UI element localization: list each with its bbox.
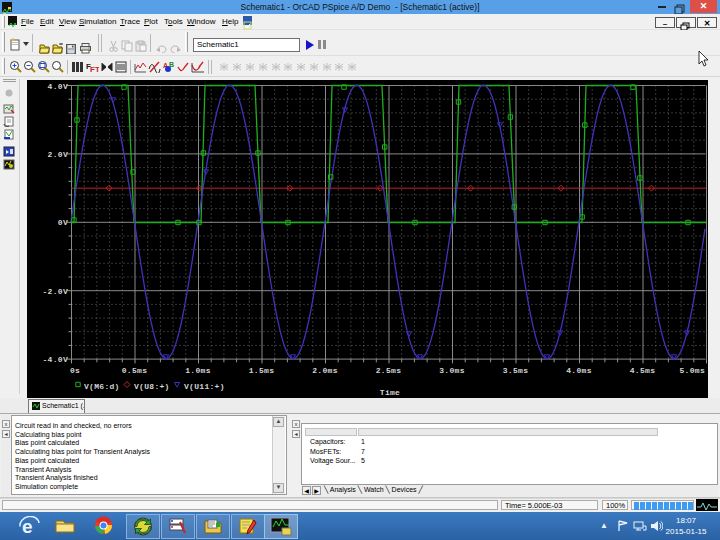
svg-text:V(U8:+): V(U8:+)	[134, 382, 170, 391]
svg-text:FT: FT	[90, 65, 99, 73]
svg-text:5.0ms: 5.0ms	[679, 366, 705, 375]
svg-text:4.0ms: 4.0ms	[566, 366, 592, 375]
svg-text:2.0ms: 2.0ms	[312, 366, 338, 375]
svg-text:V(U11:+): V(U11:+)	[184, 382, 225, 391]
svg-text:V(M6:d): V(M6:d)	[84, 382, 120, 391]
svg-text:3.5ms: 3.5ms	[503, 366, 529, 375]
svg-text:4.5ms: 4.5ms	[630, 366, 656, 375]
svg-text:2.0V: 2.0V	[48, 150, 68, 159]
svg-text:-2.0V: -2.0V	[42, 287, 68, 296]
svg-text:0V: 0V	[58, 218, 68, 227]
svg-text:2.5ms: 2.5ms	[376, 366, 402, 375]
svg-text:1.0ms: 1.0ms	[185, 366, 211, 375]
svg-text:3.0ms: 3.0ms	[439, 366, 465, 375]
svg-text:-4.0V: -4.0V	[42, 355, 68, 364]
svg-text:4.0V: 4.0V	[48, 82, 68, 91]
svg-text:Time: Time	[380, 388, 400, 397]
svg-text:0.5ms: 0.5ms	[122, 366, 148, 375]
svg-text:1.5ms: 1.5ms	[249, 366, 275, 375]
svg-text:0s: 0s	[70, 366, 80, 375]
